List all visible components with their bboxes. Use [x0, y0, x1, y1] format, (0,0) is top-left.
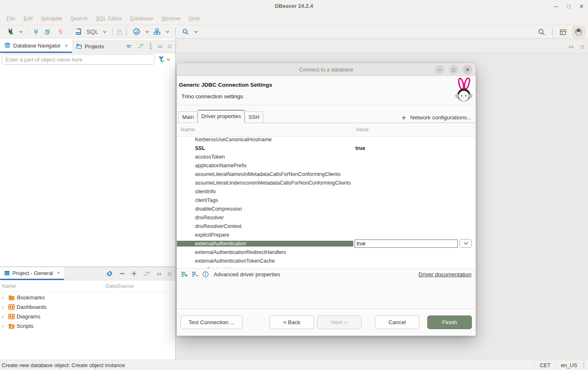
tab-close-icon[interactable]: ×	[65, 43, 68, 49]
sql-editor-icon[interactable]	[74, 27, 83, 36]
new-connection-icon[interactable]	[6, 27, 15, 36]
tree-item-diagrams[interactable]: › Diagrams	[0, 312, 175, 321]
locale-indicator[interactable]: en_US	[555, 360, 582, 370]
expand-icon[interactable]	[131, 271, 137, 276]
sql-menu-label[interactable]: SQL	[86, 28, 99, 35]
panel-minimize-icon[interactable]: ▭	[157, 271, 161, 277]
editor-window-buttons: ▭ □	[569, 44, 584, 50]
menu-sql-editor[interactable]: SQL Editor	[92, 12, 126, 25]
data-transfer-icon[interactable]	[152, 27, 162, 36]
property-row-selected[interactable]: externalAuthentication	[177, 239, 476, 248]
test-connection-button[interactable]: Test Connection ...	[181, 315, 243, 329]
dashboard-gauge-icon[interactable]	[132, 27, 141, 36]
panel-maximize-icon[interactable]: □	[168, 271, 171, 277]
panel-maximize-icon[interactable]: □	[168, 43, 171, 49]
gear-icon[interactable]	[106, 270, 113, 277]
window-minimize-icon[interactable]: ─	[554, 3, 558, 9]
link-with-editor-icon[interactable]	[143, 271, 150, 276]
tree-item-dashboards[interactable]: › Dashboards	[0, 302, 175, 312]
lock-icon[interactable]	[115, 27, 124, 36]
cancel-button[interactable]: Cancel	[375, 315, 419, 329]
menu-window[interactable]: Window	[157, 12, 185, 25]
column-divider[interactable]	[353, 123, 354, 137]
column-name[interactable]: Name	[0, 283, 105, 289]
user-avatar[interactable]	[572, 26, 585, 37]
dashboard-chevron-icon[interactable]	[145, 31, 149, 33]
timezone-indicator[interactable]: CET	[534, 360, 555, 370]
editor-minimize-icon[interactable]: ▭	[569, 44, 573, 50]
property-row[interactable]: extraCredentials	[177, 265, 476, 268]
network-configurations-button[interactable]: + Network configurations...	[402, 114, 471, 121]
menu-search[interactable]: Search	[67, 12, 92, 25]
remove-property-icon[interactable]	[192, 271, 199, 277]
tab-database-navigator[interactable]: Database Navigator ×	[0, 40, 72, 53]
collapse-all-icon[interactable]	[126, 45, 131, 48]
sql-menu-chevron-icon[interactable]	[103, 31, 107, 33]
column-datasource[interactable]: DataSource	[105, 283, 134, 289]
property-row[interactable]: disableCompression	[177, 204, 476, 213]
menu-file[interactable]: File	[2, 12, 19, 25]
statusbar-drag-handle[interactable]	[583, 362, 585, 368]
add-property-icon[interactable]	[181, 271, 188, 277]
new-connection-chevron-icon[interactable]	[19, 31, 23, 33]
property-row[interactable]: SSL true	[177, 144, 476, 152]
window-close-icon[interactable]: ✕	[579, 3, 584, 9]
chevron-right-icon[interactable]: ›	[2, 304, 7, 310]
tab-ssh[interactable]: SSH	[245, 111, 263, 123]
tree-item-bookmarks[interactable]: › Bookmarks	[0, 293, 175, 302]
property-row[interactable]: assumeLiteralUnderscoreInMetadataCallsFo…	[177, 178, 476, 187]
property-row[interactable]: externalAuthenticationRedirectHandlers	[177, 248, 476, 256]
dialog-close-icon[interactable]: ✕	[463, 65, 472, 74]
property-row[interactable]: applicationNamePrefix	[177, 161, 476, 170]
property-row[interactable]: accessToken	[177, 152, 476, 161]
panel-minimize-icon[interactable]: ▭	[157, 43, 162, 49]
chevron-right-icon[interactable]: ›	[2, 294, 7, 301]
editor-maximize-icon[interactable]: □	[581, 44, 584, 50]
driver-documentation-link[interactable]: Driver documentation	[419, 271, 471, 278]
property-row[interactable]: externalAuthenticationTokenCache	[177, 256, 476, 265]
property-row[interactable]: dnsResolver	[177, 213, 476, 222]
disconnect-icon[interactable]	[56, 27, 65, 36]
menu-edit[interactable]: Edit	[19, 12, 37, 25]
menu-navigate[interactable]: Navigate	[37, 12, 66, 25]
reconnect-icon[interactable]	[44, 27, 53, 36]
property-row[interactable]: KerberosUseCanonicalHostname	[177, 137, 476, 144]
back-button[interactable]: < Back	[269, 315, 314, 329]
dialog-minimize-icon[interactable]: ─	[435, 65, 444, 74]
property-row[interactable]: clientTags	[177, 196, 476, 204]
link-with-editor-icon[interactable]	[137, 44, 144, 49]
value-combo-button[interactable]	[459, 239, 472, 248]
property-row[interactable]: clientInfo	[177, 187, 476, 196]
search-chevron-icon[interactable]	[194, 31, 198, 33]
tab-projects[interactable]: Projects	[72, 40, 108, 53]
dialog-maximize-icon[interactable]: □	[449, 65, 458, 74]
view-menu-icon[interactable]	[150, 43, 152, 50]
finish-button[interactable]: Finish	[427, 315, 472, 329]
data-transfer-chevron-icon[interactable]	[166, 31, 169, 33]
filter-settings-button[interactable]	[155, 56, 174, 63]
tree-item-scripts[interactable]: › Scripts	[0, 321, 175, 331]
property-row[interactable]: dnsResolverContext	[177, 222, 476, 230]
dialog-titlebar[interactable]: Connect to a database ─ □ ✕	[177, 63, 476, 76]
global-search-icon[interactable]	[537, 27, 546, 36]
next-button[interactable]: Next >	[317, 315, 362, 329]
tab-driver-properties[interactable]: Driver properties	[198, 110, 245, 123]
column-header-value[interactable]: Value	[355, 126, 369, 133]
property-row[interactable]: assumeLiteralNamesInMetadataCallsForNonC…	[177, 170, 476, 178]
menu-help[interactable]: Help	[185, 12, 204, 25]
chevron-right-icon[interactable]: ›	[2, 313, 7, 320]
property-row[interactable]: explicitPrepare	[177, 230, 476, 239]
chevron-right-icon[interactable]: ›	[2, 323, 7, 329]
object-filter-input[interactable]	[2, 54, 155, 65]
tab-close-icon[interactable]: ×	[57, 270, 60, 276]
connect-icon[interactable]	[31, 27, 40, 36]
column-header-name[interactable]: Name	[181, 126, 195, 133]
menu-database[interactable]: Database	[126, 12, 157, 25]
property-value-input[interactable]	[355, 240, 458, 248]
toolbar-search-icon[interactable]	[181, 27, 190, 36]
tab-project-general[interactable]: Project - General ×	[0, 267, 64, 280]
window-maximize-icon[interactable]: □	[567, 3, 570, 9]
perspective-icon[interactable]	[559, 27, 568, 36]
tab-main[interactable]: Main	[179, 111, 198, 123]
collapse-icon[interactable]	[119, 273, 125, 275]
